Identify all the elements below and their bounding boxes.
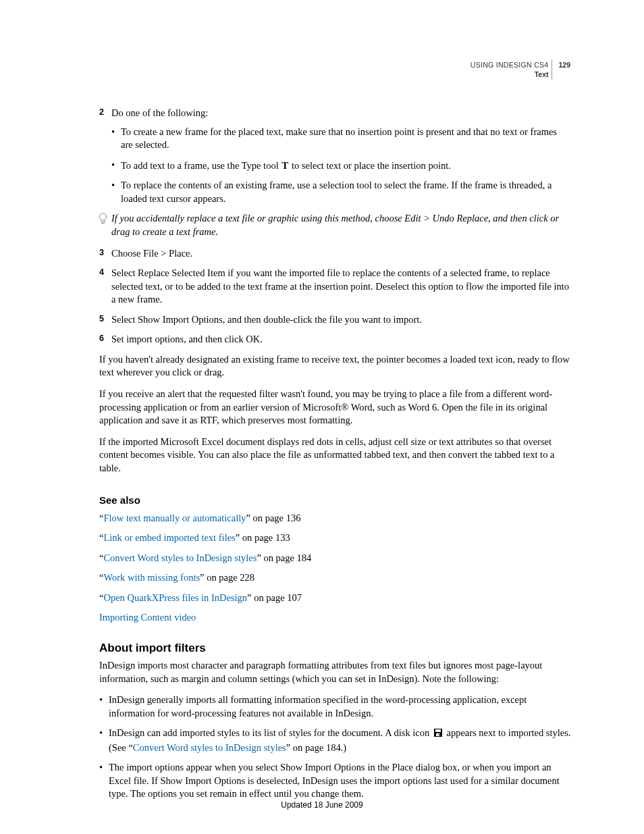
- xref-link[interactable]: Importing Content video: [99, 612, 196, 623]
- svg-point-0: [100, 213, 107, 220]
- see-also-item: “Open QuarkXPress files in InDesign” on …: [99, 592, 571, 605]
- body-paragraph: If you receive an alert that the request…: [99, 388, 571, 427]
- step-2: 2 Do one of the following: To create a n…: [99, 107, 571, 205]
- tip-note: If you accidentally replace a text file …: [99, 212, 571, 238]
- page: USING INDESIGN CS4 Text 129 2 Do one of …: [0, 0, 644, 834]
- see-also-item: Importing Content video: [99, 611, 571, 625]
- xref-suffix: on page 184: [261, 552, 312, 563]
- see-also-item: “Flow text manually or automatically” on…: [99, 512, 571, 525]
- disk-icon: [433, 728, 443, 741]
- text: To add text to a frame, use the Type too…: [121, 160, 281, 171]
- step-list-cont: 3 Choose File > Place. 4 Select Replace …: [99, 247, 571, 346]
- step-number: 4: [99, 267, 104, 278]
- body-paragraph: If the imported Microsoft Excel document…: [99, 436, 571, 475]
- list-item: InDesign can add imported styles to its …: [99, 727, 571, 754]
- xref-link[interactable]: Convert Word styles to InDesign styles: [133, 742, 286, 753]
- see-also-item: “Convert Word styles to InDesign styles”…: [99, 552, 571, 565]
- page-content: 2 Do one of the following: To create a n…: [99, 107, 571, 801]
- text: ” on page 184.): [286, 742, 346, 753]
- body-paragraph: If you haven't already designated an exi…: [99, 353, 571, 380]
- text: InDesign can add imported styles to its …: [109, 727, 432, 738]
- see-also-item: “Link or embed imported text files” on p…: [99, 531, 571, 545]
- see-also-item: “Work with missing fonts” on page 228: [99, 571, 571, 585]
- step-6: 6 Set import options, and then click OK.: [99, 333, 571, 346]
- see-also-section: See also “Flow text manually or automati…: [99, 494, 571, 625]
- step-5: 5 Select Show Import Options, and then d…: [99, 313, 571, 327]
- xref-link[interactable]: Work with missing fonts: [103, 572, 200, 583]
- list-item: To replace the contents of an existing f…: [111, 179, 571, 205]
- text: to select text or place the insertion po…: [289, 160, 451, 171]
- tip-text: If you accidentally replace a text file …: [111, 213, 559, 237]
- step-list: 2 Do one of the following: To create a n…: [99, 107, 571, 205]
- svg-rect-3: [435, 729, 441, 732]
- step-number: 2: [99, 107, 104, 118]
- step-3: 3 Choose File > Place.: [99, 247, 571, 261]
- xref-suffix: on page 136: [250, 513, 301, 523]
- step-text: Select Replace Selected Item if you want…: [111, 267, 569, 305]
- xref-link[interactable]: Open QuarkXPress files in InDesign: [103, 592, 247, 603]
- body-paragraph: InDesign imports most character and para…: [99, 659, 571, 685]
- running-header: USING INDESIGN CS4 Text 129: [470, 59, 571, 80]
- page-number: 129: [558, 61, 570, 69]
- step-text: Select Show Import Options, and then dou…: [111, 314, 422, 325]
- step-number: 5: [99, 313, 104, 325]
- list-item: InDesign generally imports all formattin…: [99, 694, 571, 720]
- xref-suffix: on page 228: [205, 572, 255, 583]
- header-section: Text: [471, 70, 549, 79]
- xref-suffix: on page 133: [240, 532, 290, 543]
- step-2-bullets: To create a new frame for the placed tex…: [111, 126, 571, 206]
- xref-suffix: on page 107: [252, 592, 302, 603]
- xref-link[interactable]: Flow text manually or automatically: [103, 513, 246, 523]
- step-number: 6: [99, 333, 104, 344]
- section-heading: About import filters: [99, 641, 571, 656]
- list-item: To add text to a frame, use the Type too…: [111, 159, 571, 173]
- step-4: 4 Select Replace Selected Item if you wa…: [99, 267, 571, 307]
- list-item: To create a new frame for the placed tex…: [111, 126, 571, 152]
- see-also-heading: See also: [99, 494, 571, 507]
- step-text: Set import options, and then click OK.: [111, 334, 263, 344]
- step-number: 3: [99, 247, 104, 259]
- list-item: The import options appear when you selec…: [99, 761, 571, 801]
- step-text: Choose File > Place.: [111, 248, 192, 259]
- lightbulb-icon: [98, 212, 108, 230]
- type-tool-icon: T: [281, 160, 289, 171]
- filters-bullets: InDesign generally imports all formattin…: [99, 694, 571, 801]
- header-product: USING INDESIGN CS4: [471, 60, 549, 70]
- xref-link[interactable]: Link or embed imported text files: [103, 532, 235, 543]
- page-footer: Updated 18 June 2009: [0, 800, 644, 810]
- svg-rect-5: [439, 734, 440, 736]
- xref-link[interactable]: Convert Word styles to InDesign styles: [103, 552, 257, 563]
- step-text: Do one of the following:: [111, 107, 208, 118]
